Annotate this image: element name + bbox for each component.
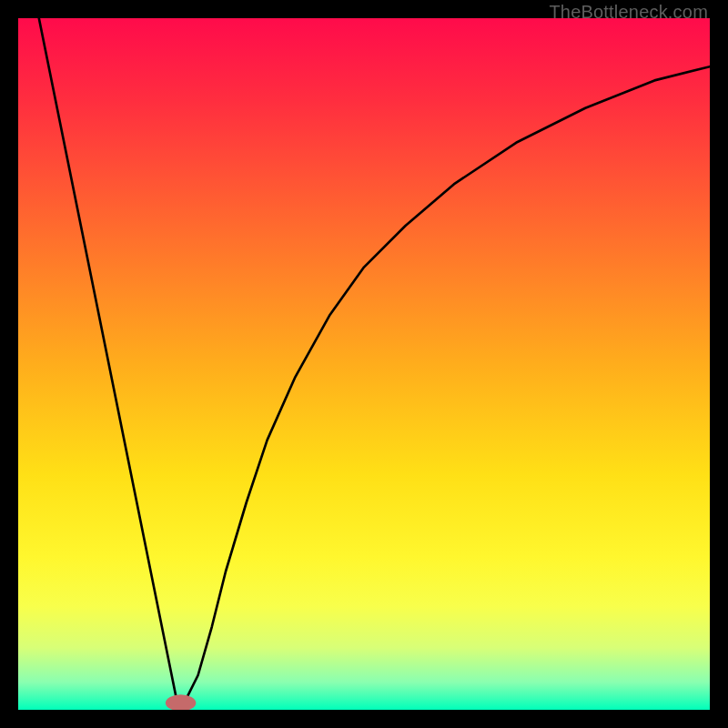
chart-svg: [18, 18, 710, 710]
gradient-background: [18, 18, 710, 710]
watermark-text: TheBottleneck.com: [549, 2, 708, 23]
chart-frame: TheBottleneck.com: [0, 0, 728, 728]
plot-area: [18, 18, 710, 710]
